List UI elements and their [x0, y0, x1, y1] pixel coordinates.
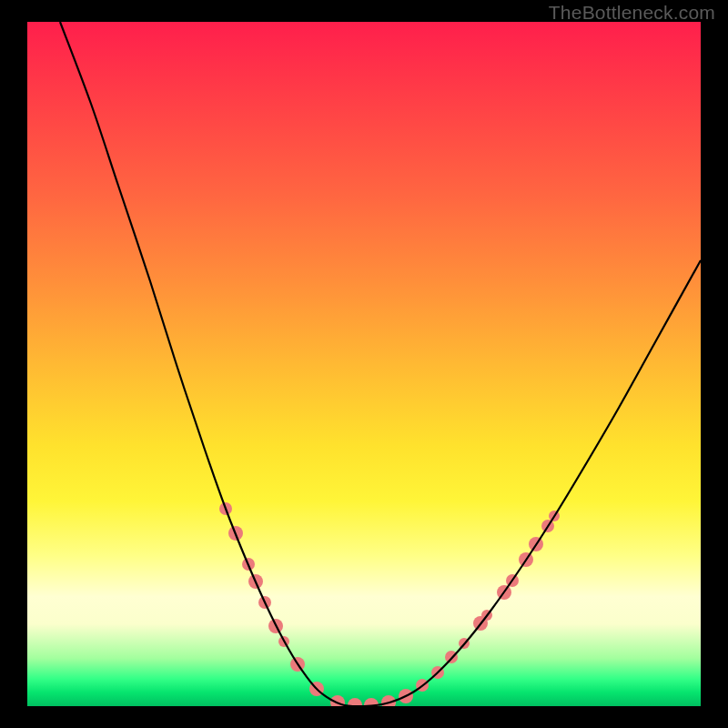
bottleneck-curve	[60, 22, 701, 706]
outer-frame: TheBottleneck.com	[0, 0, 728, 728]
chart-svg	[27, 22, 701, 706]
plot-area	[27, 22, 701, 706]
data-marker	[348, 698, 362, 706]
marker-layer	[219, 502, 560, 706]
watermark-text: TheBottleneck.com	[549, 2, 715, 24]
